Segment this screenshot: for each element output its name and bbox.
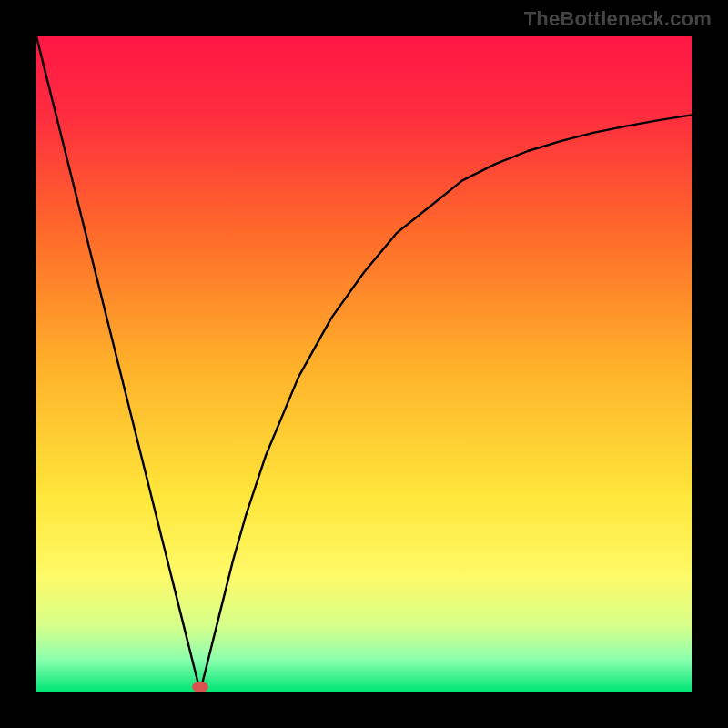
chart-frame: TheBottleneck.com bbox=[0, 0, 728, 728]
watermark-text: TheBottleneck.com bbox=[524, 7, 712, 31]
plot-area bbox=[36, 36, 692, 692]
chart-svg bbox=[36, 36, 692, 692]
gradient-background bbox=[36, 36, 692, 692]
